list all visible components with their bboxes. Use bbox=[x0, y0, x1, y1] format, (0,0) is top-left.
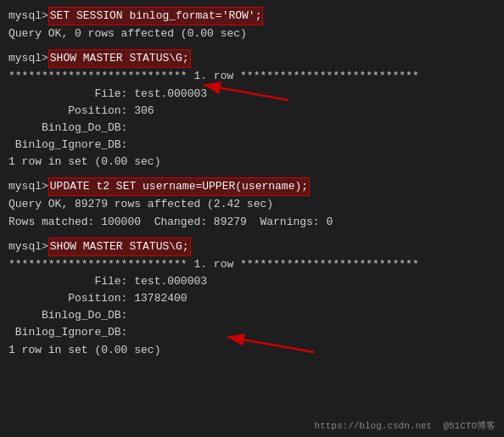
binlog-ignore-text-2: Binlog_Ignore_DB: bbox=[8, 324, 127, 341]
command-line-2: mysql>SHOW MASTER STATUS\G; bbox=[8, 49, 496, 68]
rowset-text-2: 1 row in set (0.00 sec) bbox=[8, 342, 160, 359]
position-text-2: Position: 13782400 bbox=[8, 290, 188, 307]
file-text-1: File: test.000003 bbox=[8, 86, 207, 103]
output-text-2: Query OK, 89279 rows affected (2.42 sec) bbox=[8, 196, 273, 213]
prompt-4: mysql> bbox=[8, 238, 48, 255]
prompt-3: mysql> bbox=[8, 178, 48, 195]
binlog-do-line-1: Binlog_Do_DB: bbox=[8, 120, 496, 137]
binlog-ignore-text-1: Binlog_Ignore_DB: bbox=[8, 137, 127, 154]
stars-text-2: *************************** 1. row *****… bbox=[8, 256, 419, 273]
watermark-url: https://blog.csdn.net bbox=[315, 421, 433, 431]
command-text-1: SET SESSION binlog_format='ROW'; bbox=[48, 7, 264, 25]
terminal-window: mysql>SET SESSION binlog_format='ROW'; Q… bbox=[0, 0, 504, 437]
rowset-text-1: 1 row in set (0.00 sec) bbox=[8, 154, 160, 171]
prompt-2: mysql> bbox=[8, 50, 48, 67]
command-text-4: SHOW MASTER STATUS\G; bbox=[48, 238, 191, 256]
watermark: https://blog.csdn.net @51CTO博客 bbox=[315, 419, 496, 432]
command-text-3: UPDATE t2 SET username=UPPER(username); bbox=[48, 177, 310, 196]
file-line-1: File: test.000003 bbox=[8, 86, 496, 103]
file-text-2: File: test.000003 bbox=[8, 273, 207, 290]
position-line-2: Position: 13782400 bbox=[8, 290, 496, 307]
stars-line-1: *************************** 1. row *****… bbox=[8, 68, 496, 85]
separator-3 bbox=[8, 231, 496, 238]
position-line-1: Position: 306 bbox=[8, 103, 496, 120]
watermark-source: @51CTO博客 bbox=[443, 421, 496, 431]
command-text-2: SHOW MASTER STATUS\G; bbox=[48, 49, 191, 68]
output-text-3: Rows matched: 100000 Changed: 89279 Warn… bbox=[8, 214, 333, 231]
position-text-1: Position: 306 bbox=[8, 103, 154, 120]
command-line-4: mysql>SHOW MASTER STATUS\G; bbox=[8, 238, 496, 256]
binlog-do-line-2: Binlog_Do_DB: bbox=[8, 307, 496, 324]
output-line-2: Query OK, 89279 rows affected (2.42 sec) bbox=[8, 196, 496, 213]
output-line-1: Query OK, 0 rows affected (0.00 sec) bbox=[8, 25, 496, 42]
binlog-do-text-1: Binlog_Do_DB: bbox=[8, 120, 127, 137]
separator-2 bbox=[8, 171, 496, 177]
command-line-1: mysql>SET SESSION binlog_format='ROW'; bbox=[8, 7, 496, 25]
separator-1 bbox=[8, 42, 496, 49]
command-line-3: mysql>UPDATE t2 SET username=UPPER(usern… bbox=[8, 177, 496, 196]
stars-text-1: *************************** 1. row *****… bbox=[8, 68, 419, 85]
rowset-line-2: 1 row in set (0.00 sec) bbox=[8, 342, 496, 359]
output-text-1: Query OK, 0 rows affected (0.00 sec) bbox=[8, 25, 247, 42]
binlog-ignore-line-2: Binlog_Ignore_DB: bbox=[8, 324, 496, 341]
binlog-do-text-2: Binlog_Do_DB: bbox=[8, 307, 127, 324]
file-line-2: File: test.000003 bbox=[8, 273, 496, 290]
prompt-1: mysql> bbox=[8, 8, 48, 25]
binlog-ignore-line-1: Binlog_Ignore_DB: bbox=[8, 137, 496, 154]
stars-line-2: *************************** 1. row *****… bbox=[8, 256, 496, 273]
output-line-3: Rows matched: 100000 Changed: 89279 Warn… bbox=[8, 214, 496, 231]
rowset-line-1: 1 row in set (0.00 sec) bbox=[8, 154, 496, 171]
